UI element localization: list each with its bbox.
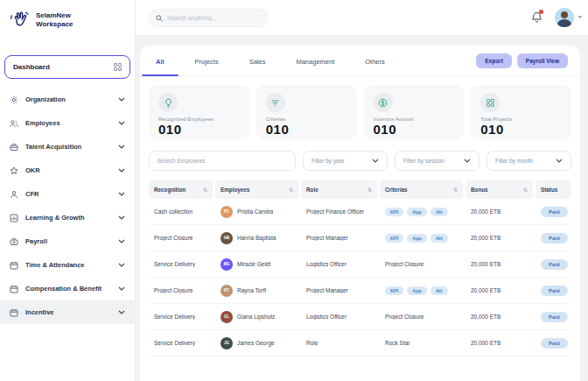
sidebar: SelamNew Workspace Dashboard Organizatio… [0,0,136,381]
recognition-cell: Project Closure [149,287,213,293]
sort-icon[interactable]: ⇅ [523,187,528,193]
sidebar-item-organization[interactable]: Organization [0,88,135,111]
sort-icon[interactable]: ⇅ [203,187,207,193]
sidebar-menu: Organization Employees Talent Acquisitio… [0,88,135,324]
status-badge: Paid [541,259,568,270]
status-cell: Paid [536,338,571,349]
sidebar-item-time-attendance[interactable]: Time & Attendance [0,253,135,277]
employee-cell: MG Miracle Geidt [215,258,298,271]
tab-management[interactable]: Management [292,46,338,76]
user-avatar[interactable] [555,8,574,27]
stat-total-projects: Total Projects 010 [471,85,571,139]
global-search[interactable] [148,9,269,27]
stat-value: 010 [266,122,347,137]
tab-all[interactable]: All [152,46,168,76]
grid-icon [480,93,500,112]
bulb-icon [158,93,178,112]
chevron-down-icon [118,97,125,102]
stat-value: 010 [480,122,562,137]
table-header: Recognition⇅ Employees⇅ Role⇅ Criterias⇅… [149,180,571,199]
app-name: SelamNew Workspace [36,11,74,28]
column-header-bonus[interactable]: Bonus⇅ [466,180,533,199]
sidebar-item-talent-acquisition[interactable]: Talent Acquisition [0,135,135,159]
criteria-pill[interactable]: KPI [385,234,403,243]
calendar-icon [10,285,18,293]
star-icon [10,166,18,175]
table-row[interactable]: Project Closure RT Rayna Torff Project M… [149,278,571,304]
sidebar-item-cfr[interactable]: CFR [0,182,135,206]
stats-row: Recognized Employees 010 Criterias 010 I… [140,77,580,148]
column-header-employees[interactable]: Employees⇅ [215,180,298,199]
criteria-pill[interactable]: App [407,286,427,295]
stat-value: 010 [374,122,455,137]
bonus-cell: 20,000 ETB [466,314,533,320]
criteria-pill[interactable]: App [407,234,427,243]
table-row[interactable]: Service Delivery MG Miracle Geidt Logist… [149,251,571,278]
role-cell: Logistics Officer [301,261,377,267]
sort-icon[interactable]: ⇅ [289,187,293,193]
filter-session-dropdown[interactable]: Filter by session [395,151,480,171]
sidebar-item-compensation-benefit[interactable]: Compensation & Benefit [0,277,135,300]
employee-cell: HB Hanna Baptista [215,232,298,244]
employee-name: James George [237,340,275,346]
notification-bell-icon[interactable] [531,11,542,24]
role-cell: Project Manager [301,287,377,293]
status-cell: Paid [536,207,571,217]
sidebar-item-incentive[interactable]: Incentive [0,300,135,324]
sidebar-item-employees[interactable]: Employees [0,111,135,135]
criterias-cell: KPI App Att [380,208,463,216]
sidebar-item-learning-growth[interactable]: Learning & Growth [0,206,135,229]
table-row[interactable]: Service Delivery JG James George Role Ro… [149,330,571,356]
calendar-icon [10,308,18,317]
tab-others[interactable]: Others [361,46,388,76]
tab-sales[interactable]: Sales [246,46,270,76]
criteria-pill[interactable]: Att [430,234,448,243]
criteria-pill[interactable]: KPI [385,286,403,295]
criteria-pill[interactable]: App [407,208,427,216]
chart-icon [10,214,18,222]
payroll-view-button[interactable]: Payroll View [517,53,568,68]
employee-avatar: JG [220,337,233,349]
chevron-down-icon [118,192,125,196]
table-row[interactable]: Service Delivery GL Giana Lipshutz Logis… [149,304,571,330]
filter-year-dropdown[interactable]: Filter by year [303,151,388,171]
chevron-down-icon [118,145,125,149]
column-header-criterias[interactable]: Criterias⇅ [380,180,463,199]
search-employees-input[interactable] [149,151,296,171]
person-icon [10,190,18,199]
table-row[interactable]: Cash collection PC Pristia Candra Projec… [149,199,571,225]
criteria-pill[interactable]: KPI [385,208,403,216]
sort-icon[interactable]: ⇅ [368,187,372,193]
column-header-status[interactable]: Status [536,180,571,199]
employee-name: Miracle Geidt [237,261,270,267]
search-input[interactable] [167,15,261,21]
export-button[interactable]: Export [476,53,512,68]
user-menu-chevron-icon[interactable] [578,15,583,18]
criterias-cell: KPI App Att [380,234,463,243]
sort-icon[interactable]: ⇅ [453,187,458,193]
dashboard-label: Dashboard [13,63,50,71]
incentive-table: Recognition⇅ Employees⇅ Role⇅ Criterias⇅… [149,180,571,356]
sidebar-item-dashboard[interactable]: Dashboard [4,55,130,79]
recognition-cell: Service Delivery [149,314,213,320]
avatar-head [561,11,568,18]
chevron-down-icon [464,159,471,163]
table-row[interactable]: Project Closure HB Hanna Baptista Projec… [149,225,571,251]
role-cell: Project Manager [301,235,377,241]
employee-avatar: HB [220,232,233,244]
column-header-recognition[interactable]: Recognition⇅ [149,180,213,199]
chevron-down-icon [372,159,379,163]
app-logo: SelamNew Workspace [0,0,135,32]
criteria-pill[interactable]: Att [430,286,448,295]
status-cell: Paid [536,312,571,322]
sidebar-item-payroll[interactable]: Payroll [0,229,135,253]
criteria-pill[interactable]: Att [430,208,448,216]
column-header-role[interactable]: Role⇅ [301,180,377,199]
sidebar-item-okr[interactable]: OKR [0,159,135,182]
filter-month-dropdown[interactable]: Filter by month [486,151,571,171]
criterias-cell: Project Closure [380,314,463,320]
tab-projects[interactable]: Projects [192,46,222,76]
employee-cell: PC Pristia Candra [215,206,298,218]
criterias-cell: Project Closure [380,261,463,267]
status-cell: Paid [536,233,571,243]
